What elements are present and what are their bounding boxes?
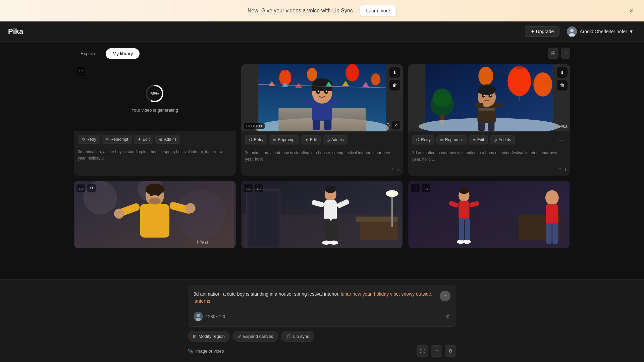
user-name-label: Arnold Oberleiter hofer — [580, 29, 627, 34]
paperclip-icon: 📎 — [188, 349, 193, 354]
lip-sync-button[interactable]: 🎵 Lip sync — [281, 331, 314, 342]
card-desc-1: 3d animation, a cute boy is standing in … — [74, 147, 236, 165]
prompt-settings-left: 1280×720 — [194, 312, 441, 321]
video-top-icons-2: ⬇ 🗑 — [389, 67, 400, 90]
card-actions-3: ↺ Retry ✏ Reprompt ✦ Edit ⊕ Add 4s ⋯ — [408, 131, 570, 148]
download-button-3[interactable]: ⬇ — [557, 67, 568, 78]
edit-icon-2: ✦ — [305, 137, 309, 142]
share-icon-2[interactable]: ⤴ — [391, 167, 394, 172]
modify-region-button[interactable]: ⊡ Modify region — [188, 331, 230, 342]
card-6-icon-2[interactable]: ⬚ — [422, 184, 430, 192]
edit-button-1[interactable]: ✦ Edit — [134, 135, 153, 144]
reprompt-button-2[interactable]: ✏ Reprompt — [269, 135, 299, 144]
fullscreen-button[interactable]: ⛶ — [417, 345, 428, 357]
card-5-top-left: ⬚ ⬚ — [244, 184, 263, 192]
card-6-top-left: ⬚ ⬚ — [411, 184, 430, 192]
svg-point-66 — [114, 208, 124, 219]
card-top-left-icons: ⬚ — [76, 67, 85, 76]
svg-rect-93 — [465, 218, 470, 241]
banner-text: New! Give your videos a voice with Lip S… — [248, 8, 354, 14]
prompt-box: 3d animation, a cute boy is standing in … — [188, 285, 456, 327]
reprompt-button-3[interactable]: ✏ Reprompt — [436, 135, 467, 144]
download-button-2[interactable]: ⬇ — [389, 67, 400, 78]
svg-point-1 — [570, 29, 574, 32]
card-4-icon-2[interactable]: ↺ — [87, 184, 96, 192]
retry-button-2[interactable]: ↺ Retry — [245, 135, 267, 144]
add4s-icon: ⊕ — [159, 137, 163, 142]
card-desc-text-1: 3d animation, a cute boy is standing in … — [78, 149, 223, 161]
info-icon-2[interactable]: ℹ — [397, 167, 399, 172]
retry-button-1[interactable]: ↺ Retry — [78, 135, 100, 144]
svg-rect-92 — [459, 218, 464, 241]
card-icon-1[interactable]: ⬚ — [76, 67, 85, 76]
card-4-icon-1[interactable]: ⬚ — [76, 184, 85, 192]
svg-point-104 — [196, 318, 201, 321]
svg-rect-101 — [552, 223, 558, 244]
upgrade-button[interactable]: ✦ Upgrade — [525, 26, 560, 37]
pika-watermark-2: Pi — [386, 122, 390, 127]
add4s-button-1[interactable]: ⊕ Add 4s — [155, 135, 180, 144]
settings-button[interactable]: ⚙ — [445, 345, 456, 357]
feature-buttons: ⊡ Modify region ⤢ Expand canvas 🎵 Lip sy… — [188, 331, 456, 342]
expand-canvas-icon: ⤢ — [237, 334, 241, 339]
aspect-ratio-button[interactable]: ▭ — [431, 345, 442, 357]
svg-rect-72 — [249, 191, 278, 246]
edit-button-2[interactable]: ✦ Edit — [301, 135, 321, 144]
chevron-down-icon: ▾ — [630, 28, 633, 35]
video-card-3: ⬇ 🗑 Pika ↺ Retry ✏ Reprompt — [408, 64, 570, 176]
svg-rect-79 — [324, 200, 337, 221]
video-bottom-left-2: 0:03/0:03 — [244, 123, 265, 129]
video-thumbnail-6: ⬚ ⬚ — [408, 181, 570, 248]
header-right: ✦ Upgrade Arnold Oberleiter hofer ▾ — [525, 24, 636, 39]
tab-my-library[interactable]: My library — [106, 48, 140, 59]
prompt-text-display[interactable]: 3d animation, a cute boy is standing in … — [194, 291, 440, 305]
video-grid: 58% Your video is generating ⬚ ↺ Retry ✏… — [74, 64, 570, 248]
svg-point-103 — [197, 314, 200, 317]
lip-sync-icon: 🎵 — [286, 334, 291, 339]
delete-button-3[interactable]: 🗑 — [557, 80, 568, 90]
add4s-button-2[interactable]: ⊕ Add 4s — [323, 135, 347, 144]
toolbar-right: ⛶ ▭ ⚙ — [417, 345, 456, 357]
video-top-icons-3: ⬇ 🗑 — [557, 67, 568, 90]
progress-circle: 58% — [145, 83, 165, 104]
svg-point-76 — [386, 190, 398, 197]
tab-explore[interactable]: Explore — [74, 48, 103, 59]
card-desc-text-3: 3d animation, a cute boy is standing in … — [412, 150, 557, 162]
video-thumbnail-generating: 58% Your video is generating ⬚ — [74, 64, 236, 131]
video-card-6: ⬚ ⬚ — [408, 181, 570, 248]
retry-icon-3: ↺ — [416, 137, 420, 142]
learn-more-button[interactable]: Learn more — [360, 5, 396, 16]
add4s-button-3[interactable]: ⊕ Add 4s — [490, 135, 515, 144]
card-actions-2: ↺ Retry ✏ Reprompt ✦ Edit ⊕ Add 4s ⋯ — [241, 131, 403, 148]
share-icon-3[interactable]: ⤴ — [559, 167, 561, 172]
info-icon-3[interactable]: ℹ — [565, 167, 566, 172]
more-button-2[interactable]: ⋯ — [387, 135, 399, 145]
svg-rect-80 — [324, 219, 330, 242]
expand-icon-2[interactable]: ⤢ — [392, 121, 400, 129]
reprompt-icon-3: ✏ — [440, 137, 444, 142]
grid-view-button[interactable]: ⊞ — [548, 48, 558, 59]
user-menu[interactable]: Arnold Oberleiter hofer ▾ — [564, 24, 636, 39]
svg-text:Pika: Pika — [197, 238, 208, 245]
prompt-delete-icon[interactable]: 🗑 — [445, 313, 450, 319]
delete-button-2[interactable]: 🗑 — [389, 80, 400, 90]
list-view-button[interactable]: ≡ — [561, 48, 570, 59]
card-actions-1: ↺ Retry ✏ Reprompt ✦ Edit ⊕ Add 4s — [74, 131, 236, 147]
retry-icon-2: ↺ — [249, 137, 253, 142]
retry-button-3[interactable]: ↺ Retry — [412, 135, 434, 144]
card-5-icon-1[interactable]: ⬚ — [244, 184, 253, 192]
expand-canvas-button[interactable]: ⤢ Expand canvas — [232, 331, 278, 342]
prompt-add-button[interactable]: + — [440, 291, 450, 301]
card-6-icon-1[interactable]: ⬚ — [411, 184, 420, 192]
video-bottom-right-2: Pi ⤢ — [386, 121, 400, 129]
retry-icon: ↺ — [82, 137, 85, 142]
card-desc-3: 3d animation, a cute boy is standing in … — [408, 148, 570, 166]
attach-media-button[interactable]: 📎 Image or video — [188, 349, 224, 354]
edit-button-3[interactable]: ✦ Edit — [469, 135, 488, 144]
card-4-top-left: ⬚ ↺ — [76, 184, 96, 192]
banner-close-button[interactable]: × — [627, 6, 636, 15]
generating-label: Your video is generating — [131, 108, 178, 113]
reprompt-button-1[interactable]: ✏ Reprompt — [102, 135, 132, 144]
card-5-icon-2[interactable]: ⬚ — [255, 184, 263, 192]
more-button-3[interactable]: ⋯ — [555, 135, 566, 145]
